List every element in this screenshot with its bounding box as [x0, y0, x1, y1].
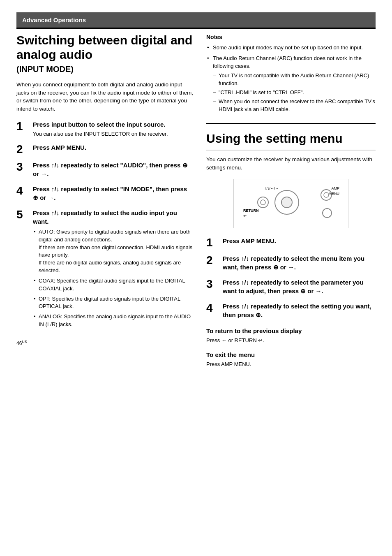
note-2-sub-3: When you do not connect the receiver to …	[213, 98, 376, 114]
notes-section: Notes Some audio input modes may not be …	[206, 33, 376, 113]
diagram-ampmenu-label: AMPMENU	[329, 186, 340, 196]
right-step-1-num: 1	[206, 236, 219, 249]
right-step-3-num: 3	[206, 278, 219, 291]
diagram-return-label: RETURN↩	[243, 208, 259, 218]
step-1: 1 Press input button to select the input…	[16, 120, 193, 138]
right-step-2-title: Press ↑/↓ repeatedly to select the menu …	[223, 254, 376, 271]
right-step-1-title: Press AMP MENU.	[223, 236, 376, 245]
right-step-3-content: Press ↑/↓ repeatedly to select the param…	[223, 278, 376, 297]
remote-inner: ↑/↓/←/→ RETURN↩ AMPMENU	[242, 185, 340, 222]
right-column: Notes Some audio input modes may not be …	[206, 33, 376, 540]
page-number: 46US	[16, 339, 193, 347]
step-5-bullets: AUTO: Gives priority to digital audio si…	[33, 228, 193, 329]
step-2-content: Press AMP MENU.	[33, 143, 193, 153]
step-2: 2 Press AMP MENU.	[16, 143, 193, 156]
right-step-4-title: Press ↑/↓ repeatedly to select the setti…	[223, 302, 376, 319]
svg-point-0	[261, 200, 265, 205]
bullet-analog: ANALOG: Specifies the analog audio signa…	[33, 313, 193, 329]
notes-title: Notes	[206, 33, 376, 42]
sub-section-return-title: To return to the previous display	[206, 327, 376, 335]
diagram-arrows-label: ↑/↓/←/→	[265, 186, 279, 191]
section-title: Using the setting menu	[206, 130, 376, 151]
step-5-title: Press ↑/↓ repeatedly to select the audio…	[33, 208, 193, 226]
right-step-1-content: Press AMP MENU.	[223, 236, 376, 247]
right-step-2-content: Press ↑/↓ repeatedly to select the menu …	[223, 254, 376, 273]
nav-circle-outer	[274, 190, 299, 215]
top-bar	[16, 28, 376, 29]
right-step-3: 3 Press ↑/↓ repeatedly to select the par…	[206, 278, 376, 297]
sub-section-return-body: Press ← or RETURN ↩.	[206, 337, 376, 345]
notes-list: Some audio input modes may not be set up…	[206, 44, 376, 114]
section-intro: You can customize the receiver by making…	[206, 155, 376, 171]
right-step-4: 4 Press ↑/↓ repeatedly to select the set…	[206, 302, 376, 321]
note-2-sublist: Your TV is not compatible with the Audio…	[213, 72, 376, 113]
step-3-num: 3	[16, 161, 30, 174]
right-step-2: 2 Press ↑/↓ repeatedly to select the men…	[206, 254, 376, 273]
bullet-auto: AUTO: Gives priority to digital audio si…	[33, 228, 193, 275]
intro-text: When you connect equipment to both digit…	[16, 81, 193, 113]
right-step-2-num: 2	[206, 254, 219, 267]
step-4-content: Press ↑/↓ repeatedly to select "IN MODE"…	[33, 185, 193, 204]
right-step-4-content: Press ↑/↓ repeatedly to select the setti…	[223, 302, 376, 321]
step-5-num: 5	[16, 208, 30, 221]
remote-diagram: ↑/↓/←/→ RETURN↩ AMPMENU	[233, 179, 348, 228]
right-step-3-title: Press ↑/↓ repeatedly to select the param…	[223, 278, 376, 295]
sub-section-exit-title: To exit the menu	[206, 350, 376, 359]
section-divider	[206, 123, 376, 124]
sub-title: (INPUT MODE)	[16, 63, 193, 75]
step-5-content: Press ↑/↓ repeatedly to select the audio…	[33, 208, 193, 331]
step-1-num: 1	[16, 120, 30, 133]
step-1-content: Press input button to select the input s…	[33, 120, 193, 138]
svg-point-1	[324, 192, 329, 197]
step-1-body: You can also use the INPUT SELECTOR on t…	[33, 130, 193, 138]
left-column: Switching between digital and analog aud…	[16, 33, 193, 540]
note-2: The Audio Return Channel (ARC) function …	[206, 55, 376, 113]
note-2-sub-1: Your TV is not compatible with the Audio…	[213, 72, 376, 88]
step-1-title: Press input button to select the input s…	[33, 120, 193, 129]
bullet-opt: OPT: Specifies the digital audio signals…	[33, 295, 193, 311]
step-4-num: 4	[16, 185, 30, 197]
step-3: 3 Press ↑/↓ repeatedly to select "AUDIO"…	[16, 161, 193, 180]
right-step-4-num: 4	[206, 302, 219, 315]
step-4: 4 Press ↑/↓ repeatedly to select "IN MOD…	[16, 185, 193, 204]
step-5: 5 Press ↑/↓ repeatedly to select the aud…	[16, 208, 193, 331]
sub-section-exit-body: Press AMP MENU.	[206, 361, 376, 368]
return-button	[257, 197, 269, 208]
extra-button	[322, 208, 332, 218]
bullet-coax: COAX: Specifies the digital audio signal…	[33, 277, 193, 293]
main-title: Switching between digital and analog aud…	[16, 33, 193, 62]
note-2-sub-2: "CTRL.HDMI" is set to "CTRL OFF".	[213, 89, 376, 97]
step-4-title: Press ↑/↓ repeatedly to select "IN MODE"…	[33, 185, 193, 202]
step-3-title: Press ↑/↓ repeatedly to select "AUDIO", …	[33, 161, 193, 178]
step-3-content: Press ↑/↓ repeatedly to select "AUDIO", …	[33, 161, 193, 180]
advanced-ops-badge: Advanced Operations	[16, 12, 376, 28]
nav-circle-inner	[281, 197, 293, 208]
step-2-num: 2	[16, 143, 30, 156]
note-1: Some audio input modes may not be set up…	[206, 44, 376, 52]
step-2-title: Press AMP MENU.	[33, 143, 193, 152]
right-step-1: 1 Press AMP MENU.	[206, 236, 376, 249]
